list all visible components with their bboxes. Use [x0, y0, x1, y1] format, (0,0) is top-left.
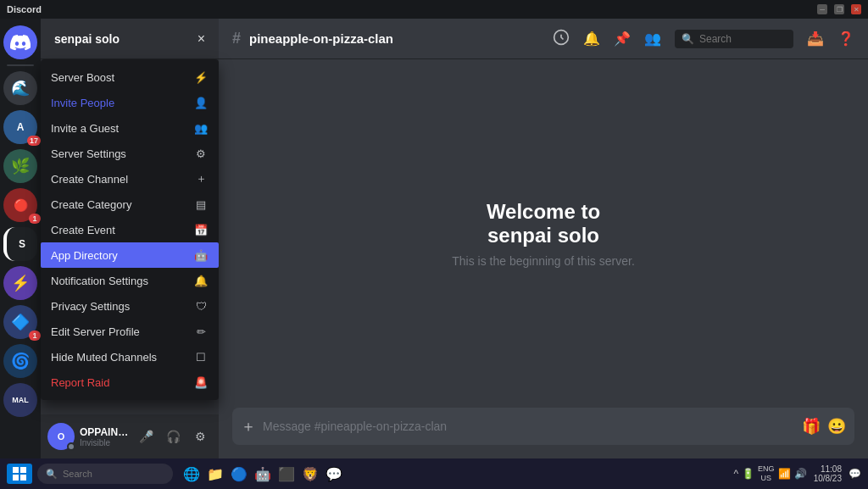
app: 🌊 A 17 🌿 🔴 1 S ⚡ 🔷 1 🌀 MAL	[0, 19, 868, 458]
menu-item-edit-server-profile[interactable]: Edit Server Profile ✏	[41, 319, 219, 344]
menu-item-notification-settings[interactable]: Notification Settings 🔔	[41, 268, 219, 293]
server-settings-icon: ⚙	[193, 146, 209, 161]
app-title: Discord	[7, 4, 42, 14]
welcome-title: Welcome tosenpai solo	[487, 200, 600, 247]
deafen-button[interactable]: 🎧	[161, 425, 185, 448]
tray-wifi[interactable]: 📶	[778, 468, 791, 480]
server-name: senpai solo	[54, 32, 120, 46]
main-content: # pineapple-on-pizza-clan 🔔 📌 👥 🔍 📥 ❓	[219, 19, 868, 458]
menu-item-server-settings[interactable]: Server Settings ⚙	[41, 141, 219, 166]
taskbar-app-files[interactable]: 📁	[205, 464, 225, 484]
svg-rect-3	[13, 475, 19, 481]
menu-item-server-boost[interactable]: Server Boost ⚡	[41, 64, 219, 90]
restore-button[interactable]: ❐	[834, 4, 844, 14]
tray-battery[interactable]: 🔋	[742, 468, 754, 480]
clock-date: 10/8/23	[814, 474, 842, 483]
channel-header: # pineapple-on-pizza-clan 🔔 📌 👥 🔍 📥 ❓	[219, 19, 868, 59]
tray-chevron[interactable]: ^	[733, 468, 738, 480]
search-bar[interactable]: 🔍	[675, 30, 793, 48]
taskbar-search-icon: 🔍	[46, 469, 58, 480]
server-menu-close[interactable]: ×	[198, 31, 205, 47]
emoji-icon[interactable]: 😀	[827, 417, 846, 436]
taskbar-app-chrome[interactable]: 🔵	[229, 464, 249, 484]
menu-item-create-event[interactable]: Create Event 📅	[41, 217, 219, 242]
taskbar-search-input[interactable]	[63, 469, 164, 479]
tray-sound[interactable]: 🔊	[794, 468, 807, 480]
create-channel-icon: ＋	[193, 171, 209, 186]
menu-item-report-raid[interactable]: Report Raid 🚨	[41, 370, 219, 395]
taskbar: 🔍 🌐 📁 🔵 🤖 ⬛ 🦁 💬 ^ 🔋 ENGUS 📶 🔊 11:08 10/8…	[0, 458, 868, 489]
menu-item-app-directory[interactable]: App Directory 🤖	[41, 242, 219, 268]
chat-area: Welcome tosenpai solo This is the beginn…	[219, 59, 868, 408]
notification-center-icon[interactable]: 💬	[849, 468, 861, 480]
create-category-icon: ▤	[193, 197, 209, 212]
server-sidebar: 🌊 A 17 🌿 🔴 1 S ⚡ 🔷 1 🌀 MAL	[0, 19, 41, 458]
svg-rect-4	[20, 475, 26, 481]
server-icon-4[interactable]: 🔴 1	[3, 188, 37, 222]
server-badge-6: 1	[29, 331, 41, 341]
create-event-icon: 📅	[193, 222, 209, 237]
titlebar: Discord ─ ❐ ✕	[0, 0, 868, 19]
channel-name: pineapple-on-pizza-clan	[249, 31, 393, 46]
clock-time: 11:08	[814, 464, 842, 474]
close-button[interactable]: ✕	[851, 4, 861, 14]
start-button[interactable]	[7, 464, 32, 484]
notification-settings-icon: 🔔	[193, 273, 209, 288]
gift-icon[interactable]: 🎁	[802, 417, 821, 436]
username-display: OPPAINO...	[80, 426, 129, 438]
settings-button[interactable]: ⚙	[188, 425, 212, 448]
server-icon-1[interactable]: 🌊	[3, 71, 37, 105]
minimize-button[interactable]: ─	[817, 4, 827, 14]
server-divider	[7, 64, 34, 66]
menu-item-hide-muted-channels[interactable]: Hide Muted Channels ☐	[41, 344, 219, 370]
server-icon-current[interactable]: S	[3, 227, 37, 261]
members-icon[interactable]: 👥	[644, 31, 661, 47]
server-boost-icon: ⚡	[193, 69, 209, 85]
channel-sidebar: senpai solo × Server Boost ⚡ Invite Peop…	[41, 19, 219, 458]
channel-hash-icon: #	[232, 30, 241, 47]
menu-item-invite-people[interactable]: Invite People 👤	[41, 90, 219, 115]
mute-button[interactable]: 🎤	[134, 425, 158, 448]
user-info: OPPAINO... Invisible	[80, 426, 129, 447]
search-icon: 🔍	[682, 33, 694, 45]
taskbar-apps: 🌐 📁 🔵 🤖 ⬛ 🦁 💬	[181, 464, 344, 484]
user-avatar-initials: O	[58, 431, 65, 442]
taskbar-app-edge[interactable]: 🌐	[181, 464, 202, 484]
pin-icon[interactable]: 📌	[614, 31, 631, 47]
menu-item-create-category[interactable]: Create Category ▤	[41, 192, 219, 217]
server-icon-2[interactable]: A 17	[3, 110, 37, 144]
server-icon-5[interactable]: ⚡	[3, 266, 37, 300]
user-avatar[interactable]: O	[47, 423, 75, 450]
bell-icon[interactable]: 🔔	[583, 31, 600, 47]
svg-rect-1	[13, 467, 19, 473]
server-header[interactable]: senpai solo ×	[41, 19, 219, 59]
welcome-subtitle: This is the beginning of this server.	[452, 254, 635, 268]
message-input[interactable]	[263, 420, 795, 433]
taskbar-app-brave[interactable]: 🦁	[300, 464, 320, 484]
taskbar-app-android[interactable]: 🤖	[253, 464, 273, 484]
inbox-icon[interactable]: 📥	[807, 31, 824, 47]
help-icon[interactable]: ❓	[837, 31, 854, 47]
invite-guest-icon: 👥	[193, 120, 209, 136]
tray-lang[interactable]: ENGUS	[758, 464, 775, 483]
server-icon-mal[interactable]: MAL	[3, 383, 37, 417]
user-status-indicator	[67, 442, 75, 451]
taskbar-app-discord[interactable]: 💬	[324, 464, 344, 484]
taskbar-search[interactable]: 🔍	[37, 464, 173, 484]
taskbar-app-terminal[interactable]: ⬛	[276, 464, 297, 484]
server-icon-7[interactable]: 🌀	[3, 344, 37, 378]
server-icon-discord-home[interactable]	[3, 25, 37, 59]
server-icon-6[interactable]: 🔷 1	[3, 305, 37, 339]
server-icon-3[interactable]: 🌿	[3, 149, 37, 183]
menu-item-privacy-settings[interactable]: Privacy Settings 🛡	[41, 293, 219, 319]
user-status-text: Invisible	[80, 438, 129, 447]
threads-icon[interactable]	[553, 29, 570, 49]
search-input[interactable]	[699, 33, 787, 45]
attachment-icon[interactable]: ＋	[241, 416, 256, 436]
privacy-settings-icon: 🛡	[193, 298, 209, 314]
message-input-area: ＋ 🎁 😀	[219, 408, 868, 458]
window-controls: ─ ❐ ✕	[817, 4, 861, 14]
menu-item-invite-guest[interactable]: Invite a Guest 👥	[41, 115, 219, 141]
menu-item-create-channel[interactable]: Create Channel ＋	[41, 166, 219, 192]
context-menu: Server Boost ⚡ Invite People 👤 Invite a …	[41, 59, 219, 400]
